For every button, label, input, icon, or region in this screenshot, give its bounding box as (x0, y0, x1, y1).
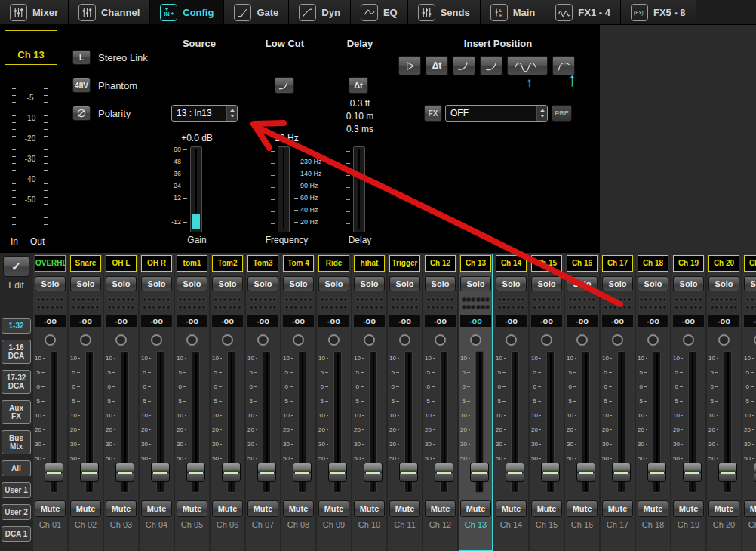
lowcut-enable-button[interactable] (275, 77, 294, 94)
fader-cap[interactable] (151, 463, 170, 482)
mute-button[interactable]: Mute (708, 500, 739, 517)
bank-user-1[interactable]: User 1 (2, 482, 31, 498)
solo-button[interactable]: Solo (708, 276, 739, 291)
solo-button[interactable]: Solo (496, 276, 527, 291)
insert-pos-eq-button[interactable] (507, 56, 548, 75)
mute-button[interactable]: Mute (35, 500, 66, 517)
scribble-strip[interactable]: Ch 13 (460, 255, 491, 272)
bank-aux-fx[interactable]: AuxFX (2, 400, 31, 424)
pan-knob[interactable] (247, 331, 278, 348)
fader-cap[interactable] (506, 463, 524, 482)
mute-button[interactable]: Mute (567, 500, 598, 517)
channel-strip-ch-01[interactable]: OVERHDSolo-oo1050510203050MuteCh 01 (33, 254, 67, 551)
scribble-strip[interactable]: Trigger (389, 255, 420, 272)
scribble-strip[interactable]: Ch 21 (744, 255, 756, 272)
solo-button[interactable]: Solo (425, 276, 456, 291)
tab-mixer[interactable]: Mixer (0, 0, 69, 24)
stereo-link-button[interactable]: L (72, 50, 91, 65)
tab-eq[interactable]: EQ (351, 0, 408, 24)
tab-sends[interactable]: Sends (408, 0, 481, 24)
fader-cap[interactable] (683, 463, 702, 482)
solo-button[interactable]: Solo (247, 276, 278, 291)
pan-knob[interactable] (141, 331, 172, 348)
channel-strip-ch-12[interactable]: Ch 12Solo-oo1050510203050MuteCh 12 (423, 254, 457, 551)
solo-button[interactable]: Solo (70, 276, 101, 291)
fader-cap[interactable] (328, 463, 347, 482)
polarity-button[interactable] (72, 106, 91, 121)
mute-button[interactable]: Mute (602, 500, 633, 517)
channel-strip-ch-13[interactable]: Ch 13Solo-oo1050510203050MuteCh 13 (459, 254, 493, 551)
scribble-strip[interactable]: Ch 12 (425, 255, 456, 272)
solo-button[interactable]: Solo (531, 276, 562, 291)
solo-button[interactable]: Solo (567, 276, 598, 291)
pan-knob[interactable] (708, 331, 739, 348)
channel-strip-ch-11[interactable]: TriggerSolo-oo1050510203050MuteCh 11 (388, 254, 422, 551)
mute-button[interactable]: Mute (106, 500, 137, 517)
scribble-strip[interactable]: OH L (106, 255, 137, 272)
pan-knob[interactable] (106, 331, 137, 348)
pan-knob[interactable] (70, 331, 101, 348)
pan-knob[interactable] (567, 331, 598, 348)
mute-button[interactable]: Mute (354, 500, 385, 517)
fader-cap[interactable] (435, 463, 453, 482)
bank-bus-mtx[interactable]: BusMtx (2, 430, 31, 454)
fader-cap[interactable] (80, 463, 99, 482)
channel-strip-ch-16[interactable]: Ch 16Solo-oo1050510203050MuteCh 16 (565, 254, 599, 551)
bank-all[interactable]: All (2, 460, 31, 476)
mute-button[interactable]: Mute (496, 500, 527, 517)
scribble-strip[interactable]: OVERHD (35, 255, 66, 272)
solo-button[interactable]: Solo (389, 276, 420, 291)
pan-knob[interactable] (673, 331, 704, 348)
solo-button[interactable]: Solo (106, 276, 137, 291)
scribble-strip[interactable]: Ch 17 (602, 255, 633, 272)
channel-strip-ch-14[interactable]: Ch 14Solo-oo1050510203050MuteCh 14 (494, 254, 528, 551)
channel-strip-ch-05[interactable]: tom1Solo-oo1050510203050MuteCh 05 (175, 254, 209, 551)
edit-button[interactable]: ✓ (3, 256, 29, 277)
fader-cap[interactable] (186, 463, 205, 482)
scribble-strip[interactable]: Ch 14 (496, 255, 527, 272)
fader-cap[interactable] (222, 463, 241, 482)
mute-button[interactable]: Mute (318, 500, 349, 517)
bank-user-2[interactable]: User 2 (2, 504, 31, 520)
insert-pos-lowcut-button[interactable] (453, 56, 475, 75)
channel-strip-ch-09[interactable]: RideSolo-oo1050510203050MuteCh 09 (317, 254, 351, 551)
bank-1-16-dca[interactable]: 1-16DCA (2, 340, 31, 364)
solo-button[interactable]: Solo (638, 276, 668, 291)
pan-knob[interactable] (212, 331, 243, 348)
insert-select[interactable]: OFF (445, 105, 548, 122)
pan-knob[interactable] (744, 331, 756, 348)
channel-strip-ch-20[interactable]: Ch 20Solo-oo1050510203050MuteCh 20 (707, 254, 741, 551)
channel-strip-ch-10[interactable]: hihatSolo-oo1050510203050MuteCh 10 (352, 254, 386, 551)
scribble-strip[interactable]: Ch 15 (531, 255, 562, 272)
fader-cap[interactable] (647, 463, 666, 482)
solo-button[interactable]: Solo (744, 276, 756, 291)
mute-button[interactable]: Mute (638, 500, 668, 517)
mute-button[interactable]: Mute (744, 500, 756, 517)
delay-fader[interactable] (353, 146, 365, 232)
mute-button[interactable]: Mute (389, 500, 420, 517)
pan-knob[interactable] (177, 331, 207, 348)
mute-button[interactable]: Mute (460, 500, 491, 517)
bank-17-32-dca[interactable]: 17-32DCA (2, 370, 31, 394)
channel-strip-ch-19[interactable]: Ch 19Solo-oo1050510203050MuteCh 19 (671, 254, 705, 551)
tab-fx5-8[interactable]: (Fx)FX5 - 8 (621, 0, 696, 24)
fader-cap[interactable] (718, 463, 737, 482)
channel-strip-ch-21[interactable]: Ch 21Solo-oo1050510203050MuteCh 21 (742, 254, 756, 551)
phantom-button[interactable]: 48V (72, 78, 91, 93)
insert-pos-gate-button[interactable] (480, 56, 502, 75)
pan-knob[interactable] (531, 331, 562, 348)
channel-strip-ch-15[interactable]: Ch 15Solo-oo1050510203050MuteCh 15 (530, 254, 564, 551)
channel-strip-ch-06[interactable]: Tom2Solo-oo1050510203050MuteCh 06 (211, 254, 244, 551)
tab-config[interactable]: INConfig (150, 0, 224, 24)
scribble-strip[interactable]: tom1 (177, 255, 207, 272)
channel-strip-ch-17[interactable]: Ch 17Solo-oo1050510203050MuteCh 17 (601, 254, 635, 551)
solo-button[interactable]: Solo (460, 276, 491, 291)
pan-knob[interactable] (354, 331, 385, 348)
solo-button[interactable]: Solo (141, 276, 172, 291)
fader-cap[interactable] (115, 463, 134, 482)
pan-knob[interactable] (602, 331, 633, 348)
solo-button[interactable]: Solo (177, 276, 207, 291)
tab-main[interactable]: LRMain (481, 0, 546, 24)
delay-enable-button[interactable]: Δt (349, 77, 368, 94)
mute-button[interactable]: Mute (283, 500, 314, 517)
